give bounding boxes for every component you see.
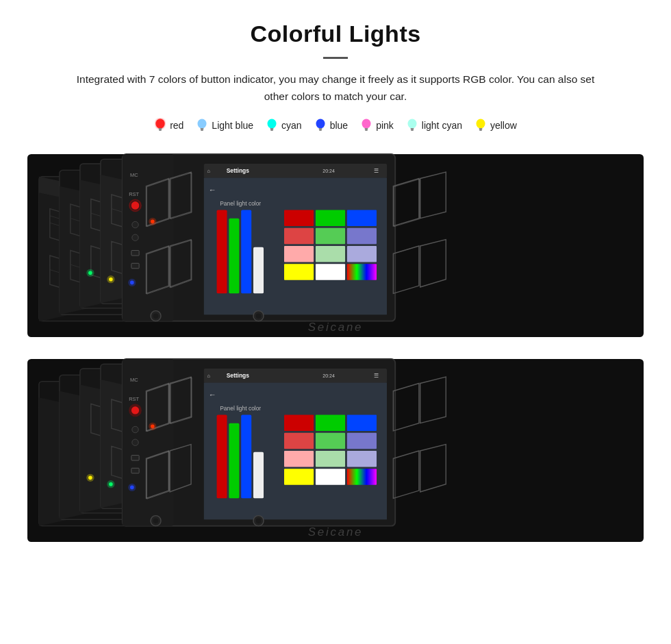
svg-point-15	[407, 119, 416, 128]
svg-rect-62	[284, 210, 314, 225]
svg-point-79	[149, 217, 156, 225]
svg-text:←: ←	[208, 391, 216, 399]
svg-point-83	[86, 269, 94, 276]
svg-rect-60	[241, 210, 251, 293]
color-label-cyan: cyan	[281, 120, 302, 131]
svg-rect-5	[201, 129, 203, 131]
svg-rect-2	[159, 129, 162, 131]
svg-rect-119	[284, 414, 314, 430]
car-unit-section-bottom: MC RST ⌂ Settings 20:24 ☰ ←	[27, 353, 644, 548]
svg-point-77	[256, 313, 262, 319]
svg-rect-64	[347, 210, 377, 225]
svg-point-12	[362, 119, 371, 128]
svg-point-75	[153, 313, 159, 319]
title-divider	[323, 57, 348, 59]
svg-rect-17	[411, 129, 414, 131]
svg-rect-68	[284, 246, 314, 262]
svg-text:RST: RST	[129, 395, 139, 401]
svg-rect-127	[347, 451, 377, 467]
svg-rect-69	[316, 246, 345, 262]
color-indicators-row: red Light blue cyan blue	[27, 118, 644, 133]
svg-point-0	[156, 119, 165, 128]
svg-rect-104	[131, 455, 139, 460]
bulb-icon-lightcyan	[406, 118, 418, 133]
svg-point-18	[476, 119, 485, 128]
svg-text:Settings: Settings	[227, 372, 250, 379]
svg-rect-4	[201, 128, 204, 129]
svg-point-3	[198, 119, 207, 128]
color-item-lightblue: Light blue	[196, 118, 253, 133]
color-label-red: red	[170, 120, 183, 131]
svg-rect-58	[217, 210, 227, 293]
svg-rect-122	[284, 432, 314, 448]
color-item-lightcyan: light cyan	[406, 118, 462, 133]
svg-point-81	[128, 278, 136, 286]
svg-point-101	[129, 404, 142, 417]
color-label-pink: pink	[376, 120, 394, 131]
svg-rect-121	[347, 414, 377, 430]
svg-text:⌂: ⌂	[207, 168, 211, 174]
svg-rect-70	[347, 246, 377, 262]
svg-text:MC: MC	[130, 171, 138, 177]
color-label-lightcyan: light cyan	[422, 120, 462, 131]
svg-text:☰: ☰	[374, 373, 379, 379]
color-label-lightblue: Light blue	[212, 120, 253, 131]
svg-text:MC: MC	[130, 376, 138, 382]
svg-rect-16	[410, 128, 414, 129]
svg-text:Seicane: Seicane	[308, 320, 364, 333]
svg-rect-7	[270, 128, 274, 129]
svg-rect-8	[270, 129, 273, 131]
page-wrapper: Colorful Lights Integrated with 7 colors…	[0, 0, 671, 571]
color-item-blue: blue	[314, 118, 348, 133]
svg-rect-123	[316, 432, 345, 448]
svg-rect-128	[284, 469, 314, 484]
svg-text:Panel light color: Panel light color	[220, 200, 261, 207]
svg-text:20:24: 20:24	[322, 169, 335, 173]
car-unit-svg-top: MC RST	[27, 148, 644, 343]
svg-rect-46	[131, 263, 139, 269]
svg-rect-116	[229, 423, 239, 498]
svg-point-142	[107, 480, 114, 488]
svg-point-48	[129, 199, 142, 212]
svg-rect-45	[131, 250, 139, 256]
bulb-icon-blue	[314, 118, 327, 133]
svg-rect-71	[284, 264, 314, 280]
svg-rect-120	[316, 414, 345, 430]
svg-rect-13	[365, 128, 368, 129]
svg-text:Seicane: Seicane	[308, 525, 364, 538]
svg-point-138	[128, 483, 136, 491]
svg-point-140	[86, 473, 94, 481]
svg-text:RST: RST	[129, 190, 139, 197]
bulb-icon-lightblue	[196, 118, 208, 133]
svg-point-136	[149, 422, 156, 430]
svg-rect-1	[159, 128, 162, 129]
bulb-icon-pink	[360, 118, 372, 133]
svg-rect-65	[284, 227, 314, 243]
svg-point-44	[132, 234, 138, 240]
svg-rect-10	[318, 128, 322, 129]
svg-point-134	[256, 518, 262, 523]
car-unit-section-top: MC RST	[27, 148, 644, 343]
svg-rect-66	[316, 227, 345, 243]
bulb-icon-yellow	[474, 118, 487, 133]
svg-rect-67	[347, 227, 377, 243]
svg-rect-130	[347, 469, 377, 484]
svg-rect-19	[479, 128, 482, 129]
svg-text:⌂: ⌂	[207, 373, 211, 379]
color-item-red: red	[154, 118, 183, 133]
svg-text:Settings: Settings	[227, 167, 250, 174]
color-label-blue: blue	[330, 120, 348, 131]
svg-rect-72	[316, 264, 345, 280]
svg-point-9	[316, 119, 325, 128]
svg-point-6	[268, 119, 277, 128]
svg-rect-125	[284, 451, 314, 467]
svg-rect-20	[479, 129, 482, 131]
svg-rect-115	[217, 414, 227, 498]
svg-rect-105	[131, 468, 139, 473]
svg-rect-11	[319, 129, 322, 131]
svg-text:Panel light color: Panel light color	[220, 405, 261, 412]
svg-rect-14	[365, 129, 368, 131]
svg-text:☰: ☰	[374, 168, 379, 174]
svg-rect-73	[347, 264, 377, 280]
svg-rect-117	[241, 414, 251, 498]
